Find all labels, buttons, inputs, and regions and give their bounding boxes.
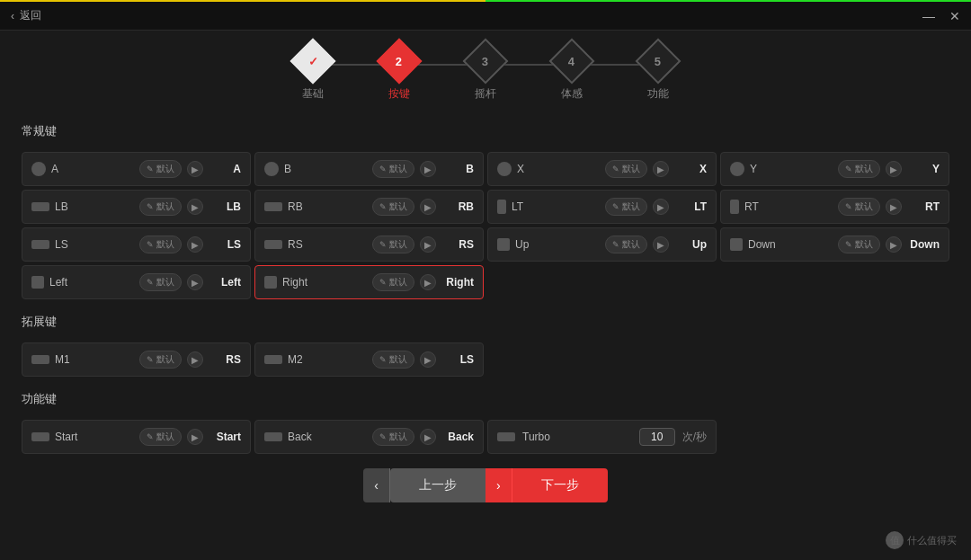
key-default-btn-A[interactable]: ✎默认	[139, 160, 182, 178]
key-value-M2: LS	[441, 353, 474, 366]
key-default-btn-Left[interactable]: ✎默认	[139, 273, 182, 291]
key-default-btn-X[interactable]: ✎默认	[605, 160, 647, 178]
key-arrow-M2[interactable]: ▶	[420, 351, 436, 368]
key-arrow-Back[interactable]: ▶	[420, 429, 436, 445]
key-row-Right: Right ✎默认 ▶ Right	[254, 265, 484, 299]
key-row-RS: RS ✎默认 ▶ RS	[254, 227, 484, 262]
key-arrow-LB[interactable]: ▶	[187, 199, 203, 215]
key-name-Start: Start	[55, 431, 134, 443]
key-value-LB: LB	[209, 200, 241, 213]
back-arrow-icon: ‹	[11, 10, 14, 22]
key-default-btn-RB[interactable]: ✎默认	[372, 198, 414, 216]
key-arrow-X[interactable]: ▶	[653, 161, 669, 177]
key-arrow-RB[interactable]: ▶	[420, 199, 436, 215]
key-icon-LB	[31, 202, 49, 211]
watermark-text: 什么值得买	[907, 534, 957, 547]
key-default-btn-RT[interactable]: ✎默认	[838, 198, 880, 216]
key-row-A: A ✎默认 ▶ A	[22, 152, 251, 186]
key-icon-Right	[264, 276, 277, 289]
key-arrow-Start[interactable]: ▶	[187, 429, 203, 445]
step-5-label: 功能	[647, 86, 669, 102]
func-filler-1	[720, 420, 949, 454]
key-name-RT: RT	[744, 200, 833, 213]
key-default-btn-RS[interactable]: ✎默认	[372, 236, 414, 253]
key-default-btn-Start[interactable]: ✎默认	[139, 428, 182, 446]
bottom-bar: ‹ 上一步 › 下一步	[22, 468, 949, 502]
step-3-label: 摇杆	[475, 86, 496, 102]
key-name-Right: Right	[282, 276, 367, 289]
key-value-Left: Left	[209, 276, 241, 289]
key-name-B: B	[284, 163, 367, 175]
step-4: 4 体感	[556, 45, 588, 102]
key-arrow-B[interactable]: ▶	[420, 161, 436, 177]
key-name-LS: LS	[55, 238, 134, 251]
key-value-Right: Right	[441, 276, 474, 289]
key-arrow-M1[interactable]: ▶	[187, 351, 203, 368]
key-arrow-Y[interactable]: ▶	[886, 161, 902, 177]
key-arrow-A[interactable]: ▶	[187, 161, 203, 177]
key-arrow-RT[interactable]: ▶	[886, 199, 902, 215]
key-arrow-Left[interactable]: ▶	[187, 274, 203, 290]
key-arrow-LT[interactable]: ▶	[653, 199, 669, 215]
key-row-Back: Back ✎默认 ▶ Back	[254, 420, 484, 454]
back-label: 返回	[20, 8, 41, 23]
key-name-LT: LT	[512, 200, 600, 213]
key-arrow-Up[interactable]: ▶	[653, 236, 669, 253]
key-default-btn-Back[interactable]: ✎默认	[372, 428, 414, 446]
key-default-btn-LS[interactable]: ✎默认	[139, 236, 182, 253]
next-arrow-button[interactable]: ›	[486, 468, 512, 502]
key-row-Y: Y ✎默认 ▶ Y	[720, 152, 949, 186]
watermark: 值 什么值得买	[886, 531, 957, 549]
key-arrow-LS[interactable]: ▶	[187, 236, 203, 253]
step-4-icon: 4	[568, 54, 575, 67]
key-arrow-RS[interactable]: ▶	[420, 236, 436, 253]
key-value-A: A	[209, 163, 241, 175]
key-name-Left: Left	[49, 276, 134, 289]
key-default-btn-LT[interactable]: ✎默认	[605, 198, 647, 216]
key-row-LT: LT ✎默认 ▶ LT	[487, 190, 717, 224]
close-button[interactable]: ✕	[949, 9, 960, 23]
key-default-btn-Y[interactable]: ✎默认	[838, 160, 880, 178]
ext-filler-1	[487, 342, 717, 377]
key-value-B: B	[441, 163, 474, 175]
key-default-btn-LB[interactable]: ✎默认	[139, 198, 182, 216]
regular-keys-title: 常规键	[22, 123, 949, 143]
key-arrow-Right[interactable]: ▶	[420, 274, 436, 290]
key-row-Up: Up ✎默认 ▶ Up	[487, 227, 717, 262]
key-default-btn-M2[interactable]: ✎默认	[372, 351, 414, 369]
key-value-RT: RT	[907, 200, 940, 213]
key-arrow-Down[interactable]: ▶	[886, 236, 902, 253]
turbo-value[interactable]: 10	[639, 428, 675, 446]
step-1: ✓ 基础	[297, 45, 329, 102]
watermark-icon: 值	[886, 531, 904, 549]
key-row-RT: RT ✎默认 ▶ RT	[720, 190, 949, 224]
key-default-btn-M1[interactable]: ✎默认	[139, 351, 182, 369]
regular-keys-section: 常规键 A ✎默认 ▶ A B ✎默认 ▶ B X ✎默认 ▶	[22, 123, 949, 299]
prev-arrow-button[interactable]: ‹	[363, 468, 390, 502]
key-icon-M2	[264, 355, 282, 364]
key-name-Turbo: Turbo	[522, 431, 574, 443]
step-2: 2 按键	[383, 45, 415, 102]
step-connector-3-4	[502, 64, 556, 66]
key-value-Start: Start	[209, 431, 241, 443]
key-default-btn-Down[interactable]: ✎默认	[838, 236, 880, 253]
prev-button[interactable]: 上一步	[390, 468, 486, 502]
step-5: 5 功能	[642, 45, 674, 102]
key-icon-Y	[730, 162, 744, 176]
key-name-RS: RS	[288, 238, 367, 251]
step-3: 3 摇杆	[469, 45, 502, 102]
step-3-diamond: 3	[463, 39, 509, 84]
key-default-btn-B[interactable]: ✎默认	[372, 160, 414, 178]
key-default-btn-Right[interactable]: ✎默认	[372, 273, 414, 291]
key-row-M2: M2 ✎默认 ▶ LS	[254, 342, 484, 377]
minimize-button[interactable]: —	[922, 9, 935, 23]
next-button[interactable]: 下一步	[512, 468, 608, 502]
back-button[interactable]: ‹ 返回	[11, 8, 41, 23]
step-connector-2-3	[415, 64, 469, 66]
key-value-Back: Back	[441, 431, 474, 443]
key-default-btn-Up[interactable]: ✎默认	[605, 236, 647, 253]
grid-filler-2	[720, 265, 949, 299]
function-keys-section: 功能键 Start ✎默认 ▶ Start Back ✎默认 ▶ Back Tu…	[22, 391, 949, 454]
key-name-Down: Down	[748, 238, 833, 251]
key-name-Y: Y	[750, 163, 833, 175]
